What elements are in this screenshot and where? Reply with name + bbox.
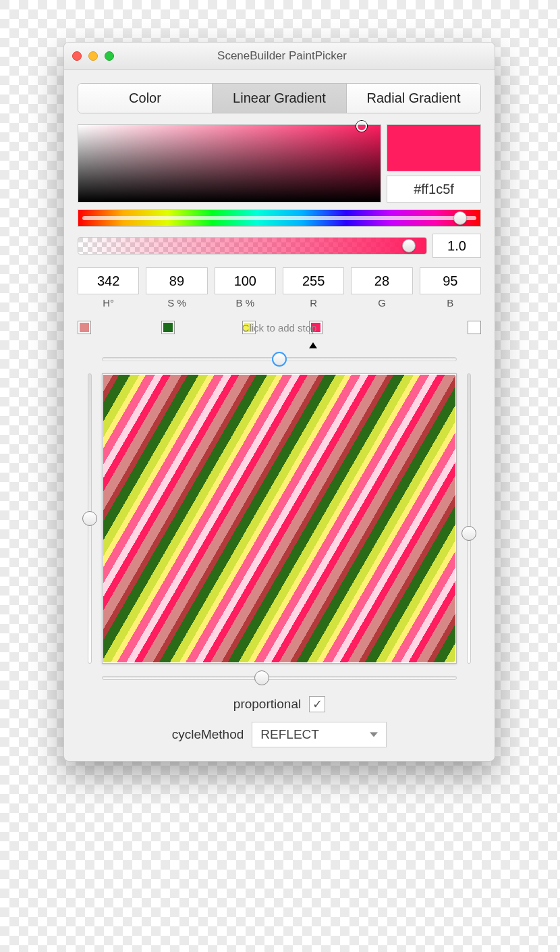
proportional-label: proportional (233, 697, 301, 712)
end-x-slider[interactable] (102, 669, 457, 687)
satval-cursor-icon[interactable] (356, 121, 367, 132)
hue-slider[interactable] (78, 209, 481, 227)
saturation-field[interactable]: 89 (146, 267, 207, 294)
end-y-slider[interactable] (457, 373, 481, 664)
brightness-field[interactable]: 100 (215, 267, 276, 294)
slider-thumb[interactable] (82, 511, 97, 526)
add-stop-hint: Click to add stop (242, 322, 317, 334)
red-field[interactable]: 255 (283, 267, 344, 294)
blue-field[interactable]: 95 (420, 267, 481, 294)
cycle-method-select[interactable]: REFLECT (252, 722, 387, 747)
hue-field[interactable]: 342 (78, 267, 139, 294)
alpha-slider[interactable] (78, 237, 427, 255)
color-swatch (387, 124, 481, 171)
gradient-stop[interactable] (161, 321, 175, 334)
gradient-stop[interactable] (468, 321, 481, 334)
green-label: G (351, 297, 412, 309)
slider-thumb[interactable] (254, 670, 269, 685)
chevron-down-icon (370, 733, 378, 737)
slider-thumb[interactable] (461, 526, 476, 541)
hex-field[interactable]: #ff1c5f (387, 176, 481, 203)
start-y-slider[interactable] (78, 373, 102, 664)
alpha-field[interactable]: 1.0 (432, 234, 481, 258)
titlebar: SceneBuilder PaintPicker (64, 43, 495, 70)
brightness-label: B % (215, 297, 276, 309)
red-label: R (283, 297, 344, 309)
paint-picker-window: SceneBuilder PaintPicker Color Linear Gr… (63, 42, 495, 762)
selected-stop-marker-icon (309, 342, 317, 348)
hue-label: H° (78, 297, 139, 309)
content: Color Linear Gradient Radial Gradient #f… (64, 70, 495, 761)
cycle-method-value: REFLECT (260, 727, 319, 742)
paint-type-tabs: Color Linear Gradient Radial Gradient (78, 83, 481, 113)
gradient-stop[interactable] (78, 321, 91, 334)
gradient-preview (102, 373, 457, 664)
slider-thumb[interactable] (272, 352, 287, 367)
saturation-label: S % (146, 297, 207, 309)
tab-radial-gradient[interactable]: Radial Gradient (347, 84, 480, 113)
proportional-checkbox[interactable] (309, 696, 325, 712)
blue-label: B (420, 297, 481, 309)
alpha-thumb[interactable] (402, 239, 416, 253)
hue-thumb[interactable] (453, 211, 467, 225)
saturation-value-picker[interactable] (78, 124, 381, 203)
tab-color[interactable]: Color (78, 84, 213, 113)
gradient-stops-track[interactable]: Click to add stop (78, 318, 481, 337)
cycle-method-label: cycleMethod (172, 727, 244, 742)
tab-linear-gradient[interactable]: Linear Gradient (213, 84, 347, 113)
start-x-slider[interactable] (102, 350, 457, 368)
green-field[interactable]: 28 (351, 267, 412, 294)
window-title: SceneBuilder PaintPicker (78, 49, 486, 63)
